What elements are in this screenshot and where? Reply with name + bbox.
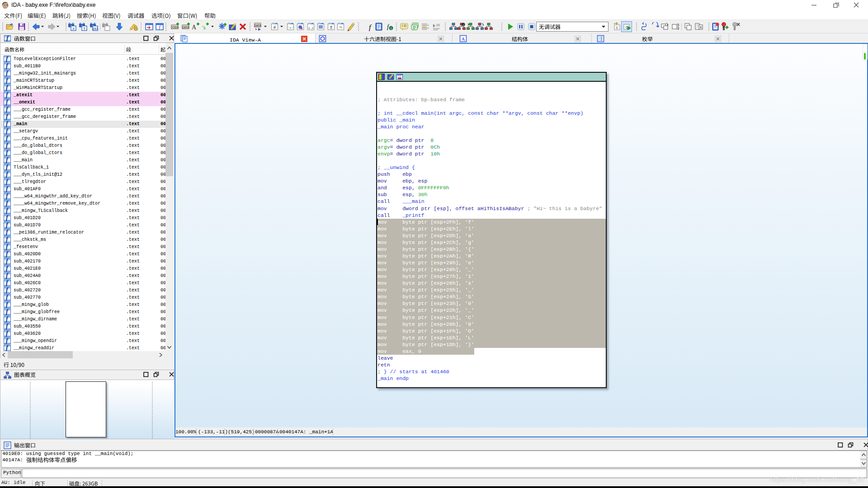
svg-text:B: B <box>700 26 702 29</box>
svg-text:DATA: DATA <box>182 26 189 29</box>
svg-text:DATA: DATA <box>254 24 262 27</box>
svg-text:'x': 'x' <box>287 26 293 30</box>
svg-text:CODE: CODE <box>171 26 179 29</box>
svg-text:T: T <box>83 27 85 31</box>
svg-text:1 2: 1 2 <box>308 27 313 30</box>
svg-text:A: A <box>192 24 197 31</box>
svg-text:f: f <box>369 23 372 31</box>
svg-text:#: # <box>72 27 75 31</box>
svg-text:#: # <box>273 25 276 30</box>
svg-text:101: 101 <box>92 27 98 31</box>
svg-text:~: ~ <box>339 24 342 31</box>
svg-text:'s: 's <box>202 24 205 31</box>
svg-text:A: A <box>462 36 465 42</box>
svg-text:c: c <box>616 26 618 30</box>
svg-text:±: ± <box>330 25 333 30</box>
svg-text:f: f <box>387 23 390 30</box>
